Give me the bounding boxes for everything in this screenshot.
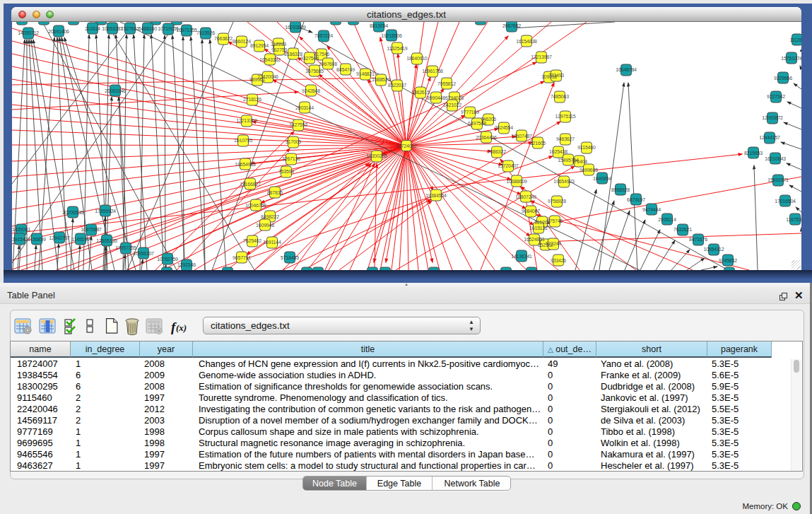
svg-text:9115460: 9115460 xyxy=(577,145,596,150)
svg-text:8813054: 8813054 xyxy=(370,23,388,28)
svg-text:8660124: 8660124 xyxy=(233,39,251,44)
svg-text:12213369: 12213369 xyxy=(236,118,257,123)
svg-text:10975887: 10975887 xyxy=(81,227,102,232)
svg-text:12975115: 12975115 xyxy=(555,114,575,119)
svg-text:19654985: 19654985 xyxy=(235,162,256,167)
svg-text:1362615: 1362615 xyxy=(411,90,430,95)
svg-text:16033809: 16033809 xyxy=(285,25,306,30)
svg-text:7955812: 7955812 xyxy=(437,81,456,86)
svg-text:8990448: 8990448 xyxy=(427,95,445,100)
svg-text:17016504: 17016504 xyxy=(775,199,796,204)
svg-text:9242848: 9242848 xyxy=(302,88,320,93)
svg-text:9699695: 9699695 xyxy=(579,168,598,173)
svg-text:16524851: 16524851 xyxy=(524,237,545,242)
svg-text:18807249: 18807249 xyxy=(515,194,536,199)
svg-text:9084067: 9084067 xyxy=(522,209,540,214)
svg-text:8912954: 8912954 xyxy=(250,43,269,48)
svg-text:8454749: 8454749 xyxy=(336,67,355,72)
svg-text:14136141: 14136141 xyxy=(511,254,532,259)
svg-text:16671355: 16671355 xyxy=(176,28,197,33)
svg-text:5716485: 5716485 xyxy=(281,255,299,260)
svg-text:962753: 962753 xyxy=(271,47,287,52)
svg-text:14055712: 14055712 xyxy=(18,30,39,35)
svg-text:3267130: 3267130 xyxy=(282,156,300,161)
svg-text:15692971: 15692971 xyxy=(767,177,789,182)
svg-text:9146821: 9146821 xyxy=(356,71,375,76)
svg-text:1292346: 1292346 xyxy=(177,262,196,267)
svg-text:16961758: 16961758 xyxy=(422,69,443,74)
svg-text:2935114: 2935114 xyxy=(658,217,676,222)
svg-text:872244: 872244 xyxy=(546,241,561,246)
svg-text:1527602: 1527602 xyxy=(121,26,139,31)
svg-text:391543: 391543 xyxy=(12,237,28,242)
svg-text:19166827: 19166827 xyxy=(240,182,261,187)
svg-text:9227342: 9227342 xyxy=(767,94,785,99)
svg-text:15751074: 15751074 xyxy=(781,56,801,61)
svg-text:317005: 317005 xyxy=(286,139,301,144)
svg-text:1156859: 1156859 xyxy=(28,237,46,242)
svg-text:(x): (x) xyxy=(176,322,187,333)
svg-text:17957255: 17957255 xyxy=(115,245,136,250)
svg-text:7515526: 7515526 xyxy=(196,30,215,35)
svg-text:19384554: 19384554 xyxy=(425,193,447,198)
svg-text:18640910: 18640910 xyxy=(406,56,428,61)
svg-text:1640954: 1640954 xyxy=(593,176,611,181)
svg-text:6497568: 6497568 xyxy=(468,121,486,126)
svg-text:2718126: 2718126 xyxy=(243,97,261,102)
svg-text:11325419: 11325419 xyxy=(387,46,407,51)
svg-text:7857224: 7857224 xyxy=(314,33,333,38)
svg-text:20691406: 20691406 xyxy=(48,29,69,34)
svg-text:20206535: 20206535 xyxy=(62,210,83,215)
svg-text:16648784: 16648784 xyxy=(616,67,637,72)
svg-text:10607487: 10607487 xyxy=(511,134,532,139)
svg-text:8322037: 8322037 xyxy=(388,83,406,88)
svg-text:875746: 875746 xyxy=(547,218,563,223)
svg-text:776404: 776404 xyxy=(572,159,587,164)
svg-text:733493: 733493 xyxy=(548,73,564,78)
svg-text:9777169: 9777169 xyxy=(461,110,479,115)
svg-text:7625402: 7625402 xyxy=(243,238,261,243)
svg-text:9327508: 9327508 xyxy=(300,56,319,61)
svg-text:20053346: 20053346 xyxy=(105,88,126,93)
svg-text:6879197: 6879197 xyxy=(627,197,645,202)
svg-text:9657791: 9657791 xyxy=(233,255,251,260)
svg-text:312229: 312229 xyxy=(271,42,286,47)
svg-text:19654923: 19654923 xyxy=(553,179,575,184)
svg-text:9463627: 9463627 xyxy=(556,136,575,141)
svg-text:10782759: 10782759 xyxy=(157,257,178,262)
svg-text:12942757: 12942757 xyxy=(49,235,70,240)
svg-text:7485063: 7485063 xyxy=(551,94,569,99)
svg-text:16154838: 16154838 xyxy=(516,39,537,44)
svg-text:211614: 211614 xyxy=(85,26,100,31)
svg-text:10653287: 10653287 xyxy=(102,26,123,31)
svg-text:12444157: 12444157 xyxy=(759,135,780,140)
svg-text:17359924: 17359924 xyxy=(95,209,116,214)
svg-text:10958107: 10958107 xyxy=(133,251,154,256)
svg-text:1691144: 1691144 xyxy=(263,240,281,245)
svg-text:989961: 989961 xyxy=(249,77,265,82)
svg-text:12213967: 12213967 xyxy=(531,54,552,59)
svg-text:20364436: 20364436 xyxy=(476,135,497,140)
svg-text:9756928: 9756928 xyxy=(548,199,566,204)
svg-text:2967608: 2967608 xyxy=(319,62,337,66)
svg-text:3427552: 3427552 xyxy=(289,122,307,127)
svg-text:2087682: 2087682 xyxy=(502,23,521,28)
svg-text:8215953: 8215953 xyxy=(744,151,763,156)
svg-text:887835: 887835 xyxy=(267,190,283,195)
svg-text:8498222: 8498222 xyxy=(261,214,279,219)
svg-text:1615132: 1615132 xyxy=(529,226,548,230)
svg-text:1609948: 1609948 xyxy=(256,223,274,228)
svg-text:1421022: 1421022 xyxy=(443,103,461,107)
svg-text:1588520: 1588520 xyxy=(372,77,390,82)
svg-text:18724007: 18724007 xyxy=(396,144,417,148)
svg-text:10046758: 10046758 xyxy=(245,203,266,208)
svg-text:933426: 933426 xyxy=(551,258,566,263)
svg-text:18300295: 18300295 xyxy=(366,153,387,158)
svg-text:16543382: 16543382 xyxy=(259,57,281,62)
svg-text:6794028: 6794028 xyxy=(445,95,464,100)
svg-text:1025438: 1025438 xyxy=(549,149,567,154)
svg-text:1435061: 1435061 xyxy=(12,227,30,232)
svg-text:1610755: 1610755 xyxy=(234,138,252,143)
svg-text:6466160: 6466160 xyxy=(139,26,157,31)
svg-text:7632621: 7632621 xyxy=(673,227,692,232)
